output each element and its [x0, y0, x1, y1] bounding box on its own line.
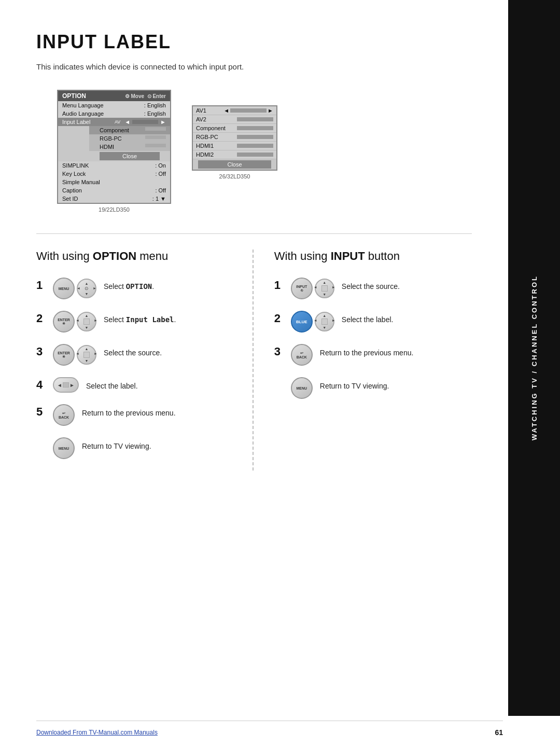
- blue-button-2[interactable]: BLUE: [291, 311, 313, 333]
- tv-close-btn: Close: [100, 152, 160, 160]
- nav-button-2[interactable]: ▲ ◄ ► ▼: [77, 312, 96, 331]
- step-option-5: 5 ↩BACK Return to the previous menu.: [36, 404, 242, 426]
- tv-right-hdmi1: HDMI1: [193, 142, 276, 150]
- menu-button-1[interactable]: MENU: [53, 278, 75, 299]
- back-button-5[interactable]: ↩BACK: [53, 404, 75, 426]
- step-option-4: 4 ◄ ► Select the label.: [36, 377, 242, 393]
- tv-row-setid: Set ID: 1 ▼: [58, 195, 170, 203]
- step-option-2: 2 ENTER✳ ▲ ◄ ► ▼ Select I: [36, 311, 242, 333]
- input-button-1[interactable]: INPUT⎋: [291, 278, 313, 299]
- step-option-menu: MENU Return to TV viewing.: [36, 437, 242, 459]
- tv-header-controls: ⚙ Move ⊙ Enter: [125, 93, 166, 99]
- step-input-menu: MENU Return to TV viewing.: [274, 377, 472, 399]
- tv-row-menu-language: Menu Language: English: [58, 101, 170, 109]
- footer-link[interactable]: Downloaded From TV-Manual.com Manuals: [36, 729, 158, 736]
- step-input-menu-text: Return to TV viewing.: [320, 381, 389, 392]
- footer: Downloaded From TV-Manual.com Manuals 61: [36, 728, 503, 737]
- instructions: With using OPTION menu 1 MENU ▲ ◄ ⊙ ►: [36, 250, 472, 471]
- screenshots-row: OPTION ⚙ Move ⊙ Enter Menu Language: Eng…: [57, 90, 472, 213]
- step-option-1: 1 MENU ▲ ◄ ⊙ ► ▼ Select OP: [36, 278, 242, 299]
- step-input-1-text: Select the source.: [342, 282, 400, 292]
- tv-right-rgbpc: RGB-PC: [193, 133, 276, 142]
- step-option-1-text: Select OPTION.: [104, 282, 154, 293]
- tv-right-close: Close: [198, 160, 271, 169]
- nav-button-1[interactable]: ▲ ◄ ⊙ ► ▼: [77, 279, 96, 298]
- step-input-2-text: Select the label.: [342, 315, 394, 325]
- menu-button-final[interactable]: MENU: [53, 437, 75, 459]
- section-divider: [36, 233, 472, 234]
- step-input-1: 1 INPUT⎋ ▲ ◄ ► ▼ Select t: [274, 278, 472, 299]
- step-option-menu-text: Return to TV viewing.: [82, 441, 151, 452]
- step-option-5-text: Return to the previous menu.: [82, 408, 176, 419]
- tv-right-hdmi2: HDMI2: [193, 150, 276, 159]
- nav-button-3[interactable]: ▲ ◄ ► ▼: [77, 345, 96, 365]
- step-option-4-text: Select the label.: [86, 381, 138, 392]
- tv-sub-component: RGB-PC: [89, 134, 170, 143]
- subtitle: This indicates which device is connected…: [36, 62, 472, 71]
- tv-header-option: OPTION ⚙ Move ⊙ Enter: [58, 91, 170, 101]
- tv-row-keylock: Key Lock: Off: [58, 170, 170, 178]
- menu-button-input-final[interactable]: MENU: [291, 377, 313, 399]
- sidebar: WATCHING TV / CHANNEL CONTROL: [508, 0, 560, 716]
- step-input-2: 2 BLUE ▲ ◄ ► ▼ Select the: [274, 311, 472, 333]
- footer-line: [36, 721, 503, 721]
- tv-row-audio-language: Audio Language: English: [58, 109, 170, 118]
- tv-screen-option: OPTION ⚙ Move ⊙ Enter Menu Language: Eng…: [57, 90, 171, 204]
- page-number: 61: [495, 728, 503, 737]
- step-option-3-text: Select the source.: [104, 348, 162, 358]
- sidebar-label: WATCHING TV / CHANNEL CONTROL: [530, 275, 538, 440]
- back-button-input-3[interactable]: ↩BACK: [291, 344, 313, 366]
- section-option-title: With using OPTION menu: [36, 250, 242, 263]
- section-input-title: With using INPUT button: [274, 250, 472, 263]
- nav-button-input-2[interactable]: ▲ ◄ ► ▼: [315, 312, 334, 331]
- tv-right-av1: AV1 ◄ ►: [193, 106, 276, 115]
- tv-sub-rgbpc: HDMI: [89, 143, 170, 151]
- tv-menu-left: OPTION ⚙ Move ⊙ Enter Menu Language: Eng…: [57, 90, 171, 213]
- tv-right-component: Component: [193, 124, 276, 133]
- tv-row-input-label: Input Label AV ◄ ►: [58, 118, 170, 126]
- tv-menu-right: AV1 ◄ ► AV2 Component RGB-PC: [192, 105, 277, 179]
- tv-right-av2: AV2: [193, 115, 276, 124]
- step-option-3: 3 ENTER✳ ▲ ◄ ► ▼ Select t: [36, 344, 242, 366]
- tv-sub-av: Component: [89, 126, 170, 134]
- tv-row-caption: Caption: Off: [58, 186, 170, 195]
- step-option-2-text: Select Input Label.: [104, 315, 176, 325]
- tv-caption-left: 19/22LD350: [57, 206, 171, 213]
- nav-button-input-1[interactable]: ▲ ◄ ► ▼: [315, 279, 334, 298]
- tv-caption-right: 26/32LD350: [192, 173, 277, 179]
- page-title: INPUT LABEL: [36, 31, 472, 53]
- lr-button-4[interactable]: ◄ ►: [53, 377, 79, 393]
- enter-button-3[interactable]: ENTER✳: [53, 344, 75, 366]
- tv-row-simplink: SIMPLINK: On: [58, 161, 170, 170]
- col-option: With using OPTION menu 1 MENU ▲ ◄ ⊙ ►: [36, 250, 254, 471]
- step-input-3: 3 ↩BACK Return to the previous menu.: [274, 344, 472, 366]
- main-content: INPUT LABEL This indicates which device …: [0, 0, 508, 491]
- col-input: With using INPUT button 1 INPUT⎋ ▲ ◄ ►: [254, 250, 472, 471]
- step-input-3-text: Return to the previous menu.: [320, 348, 414, 358]
- tv-screen-input: AV1 ◄ ► AV2 Component RGB-PC: [192, 105, 277, 171]
- enter-button-2[interactable]: ENTER✳: [53, 311, 75, 333]
- tv-row-simple-manual: Simple Manual: [58, 178, 170, 186]
